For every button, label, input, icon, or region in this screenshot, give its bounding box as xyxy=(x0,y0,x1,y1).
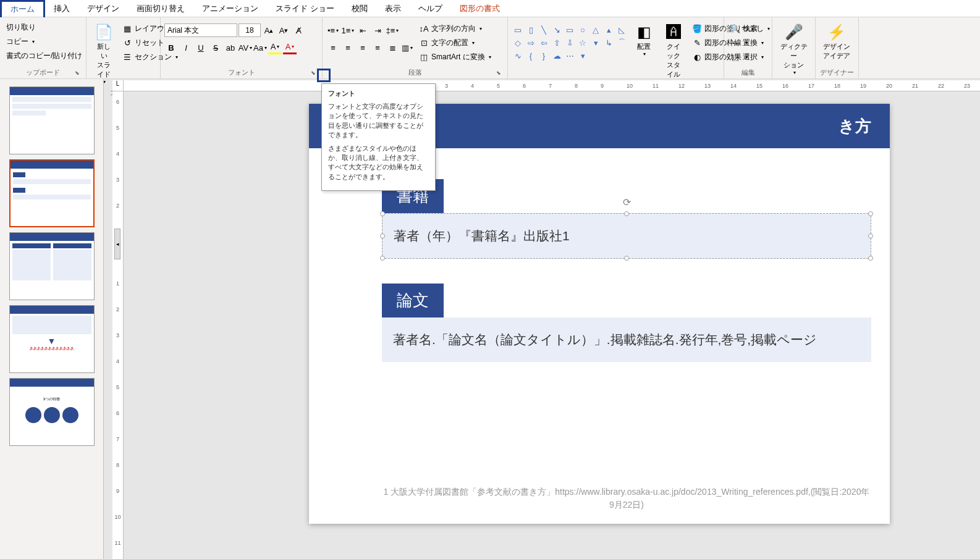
change-case-icon[interactable]: Aa▾ xyxy=(253,41,267,54)
slide-thumbnail[interactable] xyxy=(9,232,95,300)
new-slide-button[interactable]: 📄 新しい スライド▾ xyxy=(90,20,117,87)
section-paper-label[interactable]: 論文 xyxy=(382,284,444,317)
text-direction-button[interactable]: ↕A文字列の方向▾ xyxy=(416,22,494,35)
numbering-icon[interactable]: 1≡▾ xyxy=(341,23,355,37)
italic-icon[interactable]: I xyxy=(179,41,193,54)
decrease-indent-icon[interactable]: ⇤ xyxy=(356,23,370,37)
shape-gallery[interactable]: ▭ ▯ ╲ ↘ ▭ ○ △ ▴ ◺ ◇ ⇨ ⇦ ⇧ ⇩ ☆ ▾ ↳ ⌒ ∿ { xyxy=(512,23,628,62)
tab-home[interactable]: ホーム xyxy=(0,0,45,17)
find-button[interactable]: 🔍検索 xyxy=(728,22,766,35)
arrange-button[interactable]: ◧ 配置▾ xyxy=(630,20,657,59)
tab-slideshow[interactable]: スライド ショー xyxy=(267,0,343,17)
paragraph-launcher-icon[interactable]: ⬊ xyxy=(495,70,502,77)
slide-thumbnail[interactable]: ▼ ああああああああああああ xyxy=(9,305,95,373)
paper-text-box[interactable]: 著者名.「論文名（論文タイトル）」.掲載雑誌名.発行年,巻号,掲載ページ xyxy=(382,317,871,362)
bold-icon[interactable]: B xyxy=(164,41,178,54)
tab-transitions[interactable]: 画面切り替え xyxy=(128,0,193,17)
slide-thumbnail[interactable]: 3つの特徴 xyxy=(9,378,95,446)
justify-icon[interactable]: ≡ xyxy=(371,41,384,54)
editing-label: 編集 xyxy=(728,67,768,78)
shape-arrow-r-icon[interactable]: ⇨ xyxy=(525,36,537,49)
align-center-icon[interactable]: ≡ xyxy=(341,41,355,54)
columns-icon[interactable]: ▥▾ xyxy=(400,41,414,54)
font-color-icon[interactable]: A▾ xyxy=(283,41,297,54)
text-align-button[interactable]: ⊡文字の配置▾ xyxy=(416,36,494,49)
align-left-icon[interactable]: ≡ xyxy=(326,41,340,54)
tab-shape-format[interactable]: 図形の書式 xyxy=(451,0,509,17)
replace-button[interactable]: ↔置換▾ xyxy=(728,36,766,49)
decrease-font-icon[interactable]: A▾ xyxy=(277,23,290,37)
shape-line-icon[interactable]: ╲ xyxy=(538,23,550,36)
panel-collapse-button[interactable]: ◂ xyxy=(114,229,120,259)
shape-oval-icon[interactable]: ○ xyxy=(577,23,589,36)
shape-arrow-d-icon[interactable]: ⇩ xyxy=(564,36,576,49)
font-size-select[interactable] xyxy=(239,23,261,37)
shape-nav-up-icon[interactable]: ▴ xyxy=(602,23,615,36)
outline-icon: ✎ xyxy=(692,38,702,48)
shape-more-icon[interactable]: ⋯ xyxy=(564,49,576,62)
distribute-icon[interactable]: ≣ xyxy=(386,41,399,54)
line-spacing-icon[interactable]: ‡≡▾ xyxy=(386,23,399,37)
clear-format-icon[interactable]: A̸ xyxy=(292,23,305,37)
ribbon-group-slides: 📄 新しい スライド▾ ▦レイアウト▾ ↺リセット ☰セクション▾ スライド xyxy=(87,17,161,78)
tab-insert[interactable]: 挿入 xyxy=(45,0,78,17)
cut-button[interactable]: 切り取り xyxy=(4,21,85,34)
char-spacing-icon[interactable]: AV▾ xyxy=(239,41,252,54)
smartart-button[interactable]: ◫SmartArt に変換▾ xyxy=(416,51,494,64)
vertical-ruler: 6543210123456789101112 xyxy=(112,91,124,559)
book-text-box[interactable]: ⟳ 著者（年）『書籍名』出版社1 xyxy=(382,213,871,259)
quickstyle-icon: 🅰 xyxy=(664,22,683,42)
bullets-icon[interactable]: •≡▾ xyxy=(326,23,340,37)
shape-arrow-l-icon[interactable]: ⇦ xyxy=(538,36,550,49)
rotate-handle-icon[interactable]: ⟳ xyxy=(623,196,631,208)
shape-expand-icon[interactable]: ▾ xyxy=(577,49,589,62)
shape-diamond-icon[interactable]: ◇ xyxy=(512,36,524,49)
quickstyle-button[interactable]: 🅰 クイック スタイル▾ xyxy=(660,20,687,87)
shadow-icon[interactable]: ab xyxy=(224,41,237,54)
shape-rect-icon[interactable]: ▭ xyxy=(564,23,576,36)
shape-vtextbox-icon[interactable]: ▯ xyxy=(525,23,537,36)
shape-nav-dn-icon[interactable]: ▾ xyxy=(589,36,602,49)
ribbon-group-designer: ⚡ デザイン アイデア デザイナー xyxy=(816,17,859,78)
font-name-select[interactable] xyxy=(164,23,237,37)
paper-text[interactable]: 著者名.「論文名（論文タイトル）」.掲載雑誌名.発行年,巻号,掲載ページ xyxy=(393,332,817,347)
align-right-icon[interactable]: ≡ xyxy=(356,41,370,54)
increase-font-icon[interactable]: A▴ xyxy=(262,23,276,37)
slide-thumbnail[interactable] xyxy=(9,159,95,227)
underline-icon[interactable]: U xyxy=(194,41,208,54)
shape-arrow-icon[interactable]: ↘ xyxy=(551,23,563,36)
footnote-text[interactable]: 1 大阪大学付属図書館「参考文献の書き方」https://www.library… xyxy=(382,485,871,511)
tab-review[interactable]: 校閲 xyxy=(343,0,376,17)
tab-design[interactable]: デザイン xyxy=(78,0,128,17)
clipboard-launcher-icon[interactable]: ⬊ xyxy=(74,70,81,77)
shape-triangle-icon[interactable]: △ xyxy=(589,23,602,36)
tab-animations[interactable]: アニメーション xyxy=(193,0,267,17)
design-icon: ⚡ xyxy=(827,22,847,42)
copy-button[interactable]: コピー ▾ xyxy=(4,35,85,48)
tab-view[interactable]: 表示 xyxy=(376,0,410,17)
shape-textbox-icon[interactable]: ▭ xyxy=(512,23,524,36)
design-ideas-button[interactable]: ⚡ デザイン アイデア xyxy=(819,20,854,63)
highlight-icon[interactable]: A▾ xyxy=(268,41,282,54)
select-button[interactable]: ⬚選択▾ xyxy=(728,51,766,64)
shape-right-triangle-icon[interactable]: ◺ xyxy=(615,23,628,36)
increase-indent-icon[interactable]: ⇥ xyxy=(371,23,384,37)
font-launcher-icon[interactable]: ⬊ xyxy=(310,70,317,77)
tab-help[interactable]: ヘルプ xyxy=(410,0,451,17)
shape-curve-icon[interactable]: ⌒ xyxy=(615,36,628,49)
shape-brace-l-icon[interactable]: { xyxy=(525,49,537,62)
slide-thumbnail[interactable] xyxy=(9,86,95,154)
text-align-icon: ⊡ xyxy=(419,38,429,48)
book-text[interactable]: 著者（年）『書籍名』出版社1 xyxy=(394,229,570,243)
strikethrough-icon[interactable]: S̶ xyxy=(209,41,222,54)
new-slide-icon: 📄 xyxy=(94,22,114,42)
dictation-button[interactable]: 🎤 ディクテー ション▾ xyxy=(776,20,811,78)
ribbon-group-editing: 🔍検索 ↔置換▾ ⬚選択▾ 編集 xyxy=(724,17,772,78)
shape-arrow-u-icon[interactable]: ⇧ xyxy=(551,36,563,49)
shape-connector-icon[interactable]: ↳ xyxy=(602,36,615,49)
shape-freeform-icon[interactable]: ∿ xyxy=(512,49,524,62)
shape-brace-r-icon[interactable]: } xyxy=(538,49,550,62)
format-painter-button[interactable]: 書式のコピー/貼り付け xyxy=(4,49,85,62)
shape-callout-icon[interactable]: ☁ xyxy=(551,49,563,62)
shape-star-icon[interactable]: ☆ xyxy=(577,36,589,49)
